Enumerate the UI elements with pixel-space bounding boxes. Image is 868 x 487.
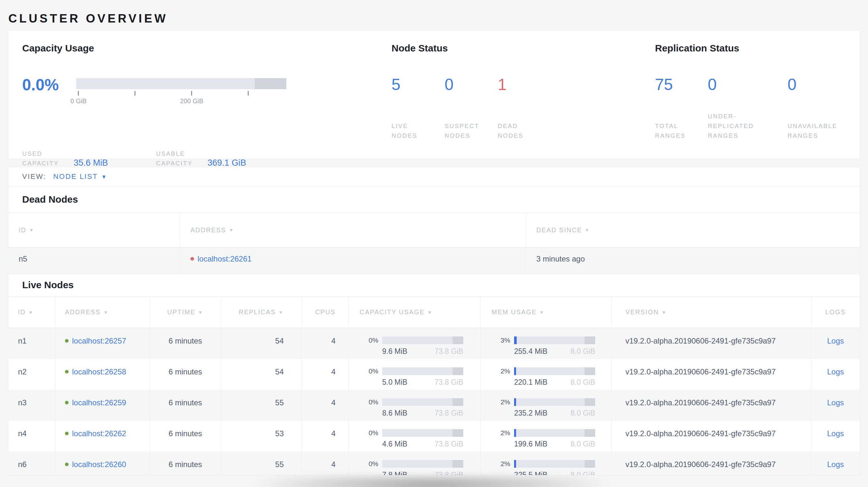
column-header-label: MEM USAGE bbox=[492, 309, 537, 316]
node-status-title: Node Status bbox=[392, 43, 448, 54]
mem-bar bbox=[514, 367, 595, 375]
node-address-link[interactable]: localhost:26257 bbox=[72, 336, 126, 346]
view-dropdown[interactable]: NODE LIST ▾ bbox=[53, 172, 105, 181]
used-capacity-label: USED CAPACITY bbox=[22, 149, 65, 168]
dead-nodes-table-header: ID▼ADDRESS▼DEAD SINCE▼ bbox=[8, 213, 860, 247]
column-header-replicas[interactable]: REPLICAS▼ bbox=[221, 297, 302, 328]
column-header-id[interactable]: ID▼ bbox=[8, 213, 180, 247]
sort-desc-icon: ▼ bbox=[585, 227, 590, 233]
column-header-version[interactable]: VERSION▼ bbox=[612, 297, 811, 328]
version-cell: v19.2.0-alpha.20190606-2491-gfe735c9a97 bbox=[612, 421, 811, 452]
column-header-address[interactable]: ADDRESS▼ bbox=[180, 213, 526, 247]
cpus-cell: 4 bbox=[302, 328, 349, 359]
replicas-cell: 53 bbox=[221, 421, 302, 452]
mem-total-value: 8.0 GiB bbox=[570, 347, 595, 356]
node-address-link[interactable]: localhost:26261 bbox=[197, 254, 252, 263]
capacity-bar bbox=[382, 398, 463, 406]
live-nodes-title: Live Nodes bbox=[22, 279, 860, 291]
logs-link[interactable]: Logs bbox=[827, 429, 844, 438]
live-status-dot-icon bbox=[65, 339, 68, 343]
dead-nodes-value: 1 bbox=[498, 75, 562, 94]
mem-total-value: 8.0 GiB bbox=[570, 470, 595, 475]
capacity-percent: 0% bbox=[360, 336, 378, 344]
node-id-cell: n4 bbox=[8, 421, 55, 452]
node-address-link[interactable]: localhost:26258 bbox=[72, 367, 126, 376]
capacity-used-value: 4.6 MiB bbox=[382, 440, 407, 448]
mem-total-value: 8.0 GiB bbox=[570, 409, 595, 418]
capacity-usage-cell: 0% 9.6 MiB 73.8 GiB bbox=[349, 328, 480, 359]
capacity-used-percent: 0.0% bbox=[22, 75, 59, 94]
column-header-label: LOGS bbox=[825, 309, 846, 316]
node-address-link[interactable]: localhost:26262 bbox=[72, 429, 126, 438]
live-status-dot-icon bbox=[65, 401, 68, 404]
mem-bar-reserved bbox=[585, 398, 595, 406]
gauge-tick bbox=[134, 91, 135, 96]
column-header-dead-since[interactable]: DEAD SINCE▼ bbox=[526, 213, 860, 247]
column-header-mem-usage[interactable]: MEM USAGE▼ bbox=[480, 297, 612, 328]
live-nodes-table-body: n1 localhost:26257 6 minutes 54 4 0% 9.6… bbox=[8, 328, 860, 475]
dropdown-caret-icon: ▾ bbox=[102, 173, 105, 180]
node-address-link[interactable]: localhost:26260 bbox=[72, 460, 126, 469]
replication-status-title: Replication Status bbox=[655, 43, 739, 54]
live-node-row: n1 localhost:26257 6 minutes 54 4 0% 9.6… bbox=[8, 328, 860, 359]
column-header-capacity-usage[interactable]: CAPACITY USAGE▼ bbox=[349, 297, 480, 328]
logs-link[interactable]: Logs bbox=[827, 336, 844, 346]
logs-link[interactable]: Logs bbox=[827, 460, 844, 469]
column-header-id[interactable]: ID▼ bbox=[8, 297, 55, 328]
cluster-summary-panel: Capacity Usage 0.0% 0 GiB 200 GiB USED C… bbox=[8, 31, 860, 159]
live-node-row: n4 localhost:26262 6 minutes 53 4 0% 4.6… bbox=[8, 421, 860, 452]
capacity-usage-cell: 0% 5.0 MiB 73.8 GiB bbox=[349, 359, 480, 390]
uptime-cell: 6 minutes bbox=[150, 328, 221, 359]
mem-bar-fill bbox=[514, 398, 516, 406]
column-header-cpus: CPUS bbox=[302, 297, 349, 328]
uptime-cell: 6 minutes bbox=[150, 452, 221, 475]
sort-desc-icon: ▼ bbox=[539, 310, 545, 315]
capacity-bar-reserved bbox=[453, 367, 463, 375]
cpus-cell: 4 bbox=[302, 390, 349, 421]
live-status-dot-icon bbox=[65, 370, 68, 374]
node-address-link[interactable]: localhost:26259 bbox=[72, 398, 126, 407]
live-node-row: n6 localhost:26260 6 minutes 55 4 0% 7.8… bbox=[8, 452, 860, 475]
gauge-tick bbox=[78, 91, 79, 96]
capacity-used-value: 9.6 MiB bbox=[382, 347, 407, 356]
column-header-label: VERSION bbox=[625, 309, 659, 316]
live-node-row: n2 localhost:26258 6 minutes 54 4 0% 5.0… bbox=[8, 359, 860, 390]
mem-used-value: 235.2 MiB bbox=[514, 409, 548, 418]
mem-bar-reserved bbox=[585, 367, 595, 375]
sort-desc-icon: ▼ bbox=[427, 310, 433, 315]
logs-link[interactable]: Logs bbox=[827, 398, 844, 407]
usable-capacity-stat: USABLE CAPACITY 369.1 GiB bbox=[156, 149, 246, 168]
mem-percent: 2% bbox=[492, 367, 510, 375]
node-address-cell: localhost:26260 bbox=[55, 452, 150, 475]
logs-cell: Logs bbox=[811, 452, 860, 475]
dead-nodes-table-body: n5 localhost:26261 3 minutes ago bbox=[8, 247, 860, 274]
suspect-nodes-label: SUSPECT NODES bbox=[445, 121, 487, 140]
live-nodes-value: 5 bbox=[392, 75, 445, 94]
view-label: VIEW: bbox=[22, 172, 46, 181]
column-header-label: DEAD SINCE bbox=[536, 226, 582, 234]
mem-bar-fill bbox=[514, 336, 517, 344]
mem-bar-fill bbox=[514, 460, 516, 468]
usable-capacity-label: USABLE CAPACITY bbox=[156, 149, 198, 168]
capacity-bar-reserved bbox=[453, 429, 463, 437]
column-header-label: REPLICAS bbox=[239, 309, 276, 316]
uptime-cell: 6 minutes bbox=[150, 421, 221, 452]
view-dropdown-selected[interactable]: NODE LIST bbox=[53, 172, 98, 181]
mem-percent: 3% bbox=[492, 336, 510, 344]
node-address-cell: localhost:26261 bbox=[180, 247, 526, 274]
under-replicated-ranges-value: 0 bbox=[708, 75, 787, 94]
version-cell: v19.2.0-alpha.20190606-2491-gfe735c9a97 bbox=[612, 328, 811, 359]
capacity-bar-reserved bbox=[453, 460, 463, 468]
column-header-address[interactable]: ADDRESS▼ bbox=[55, 297, 150, 328]
stat-under-replicated-ranges: 0 UNDER-REPLICATED RANGES bbox=[708, 75, 787, 140]
unavailable-ranges-label: UNAVAILABLE RANGES bbox=[787, 121, 847, 140]
node-id-cell: n1 bbox=[8, 328, 55, 359]
sort-desc-icon: ▼ bbox=[661, 310, 667, 315]
column-header-uptime[interactable]: UPTIME▼ bbox=[150, 297, 221, 328]
live-nodes-label: LIVE NODES bbox=[392, 121, 433, 140]
capacity-usage-title: Capacity Usage bbox=[22, 43, 94, 54]
dead-nodes-title: Dead Nodes bbox=[22, 193, 860, 206]
logs-link[interactable]: Logs bbox=[827, 367, 844, 376]
node-id-cell: n3 bbox=[8, 390, 55, 421]
replicas-cell: 55 bbox=[221, 390, 302, 421]
